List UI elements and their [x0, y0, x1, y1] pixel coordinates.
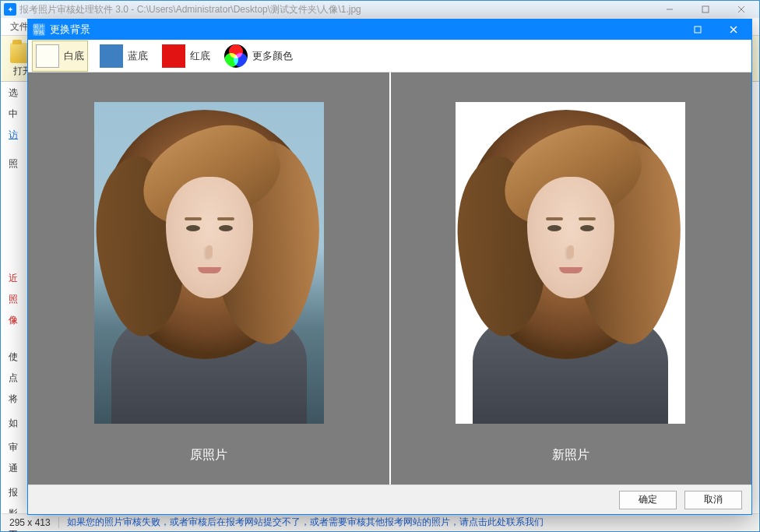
new-photo — [456, 102, 685, 424]
status-dimensions: 295 x 413 — [2, 517, 59, 528]
dialog-footer: 确定 取消 — [28, 484, 751, 514]
sidebar-line: 选 — [9, 86, 26, 100]
app-icon: ✦ — [4, 3, 16, 16]
sidebar-line: 访 — [9, 129, 26, 142]
bg-option-label: 更多颜色 — [252, 49, 293, 63]
blue-swatch-icon — [100, 44, 123, 68]
image-compare-area: 原照片 新照片 — [28, 72, 751, 484]
status-bar: 295 x 413 如果您的照片审核失败，或者审核后在报考网站提交不了，或者需要… — [2, 513, 758, 530]
sidebar-line: 点 — [9, 372, 26, 385]
main-titlebar: ✦ 报考照片审核处理软件 3.0 - C:\Users\Administrato… — [1, 1, 759, 18]
new-caption: 新照片 — [552, 447, 589, 463]
background-color-toolbar: 白底 蓝底 红底 更多颜色 — [28, 40, 751, 72]
sidebar-line: 使 — [9, 351, 26, 364]
left-sidebar-text: 选 中 访 照 近 照 像 使 点 将 如 审 通 报 影 责 — [9, 86, 26, 532]
main-maximize-button[interactable] — [688, 1, 723, 18]
sidebar-line: 像 — [9, 314, 26, 327]
bg-option-label: 蓝底 — [128, 49, 148, 63]
sidebar-line: 中 — [9, 107, 26, 121]
dialog-close-button[interactable] — [716, 19, 751, 40]
red-swatch-icon — [162, 44, 185, 68]
ok-button[interactable]: 确定 — [619, 491, 677, 509]
bg-option-white[interactable]: 白底 — [33, 41, 87, 71]
sidebar-line: 照 — [9, 293, 26, 306]
dialog-title: 更换背景 — [50, 23, 90, 37]
status-hint-link[interactable]: 如果您的照片审核失败，或者审核后在报考网站提交不了，或者需要审核其他报考网站的照… — [59, 516, 758, 529]
dialog-icon: 照片 审核 — [33, 23, 45, 36]
sidebar-line: 照 — [9, 157, 26, 171]
cancel-button[interactable]: 取消 — [684, 491, 742, 509]
sidebar-line: 如 — [9, 417, 26, 430]
white-swatch-icon — [36, 44, 59, 68]
bg-option-label: 白底 — [64, 49, 84, 63]
bg-option-label: 红底 — [190, 49, 210, 63]
bg-option-red[interactable]: 红底 — [160, 43, 212, 69]
svg-rect-1 — [702, 6, 709, 12]
svg-rect-4 — [695, 26, 701, 33]
original-caption: 原照片 — [190, 447, 227, 463]
bg-option-more-colors[interactable]: 更多颜色 — [223, 43, 294, 69]
main-window-title: 报考照片审核处理软件 3.0 - C:\Users\Administrator\… — [19, 3, 361, 16]
sidebar-line: 报 — [9, 486, 26, 499]
pane-divider — [389, 72, 391, 484]
dialog-titlebar: 照片 审核 更换背景 — [28, 19, 751, 40]
main-close-button[interactable] — [723, 1, 759, 18]
original-photo — [94, 102, 324, 424]
sidebar-line: 通 — [9, 462, 26, 475]
original-pane: 原照片 — [28, 72, 390, 484]
main-minimize-button[interactable] — [652, 1, 688, 18]
new-pane: 新照片 — [390, 72, 752, 484]
change-background-dialog: 照片 审核 更换背景 白底 蓝底 红底 更多颜色 — [27, 19, 752, 515]
menu-file[interactable]: 文件 — [10, 20, 29, 33]
sidebar-line: 将 — [9, 393, 26, 406]
more-colors-icon — [224, 44, 248, 68]
sidebar-line: 审 — [9, 441, 26, 454]
sidebar-line: 近 — [9, 272, 26, 285]
dialog-maximize-button[interactable] — [680, 19, 716, 40]
bg-option-blue[interactable]: 蓝底 — [98, 43, 150, 69]
